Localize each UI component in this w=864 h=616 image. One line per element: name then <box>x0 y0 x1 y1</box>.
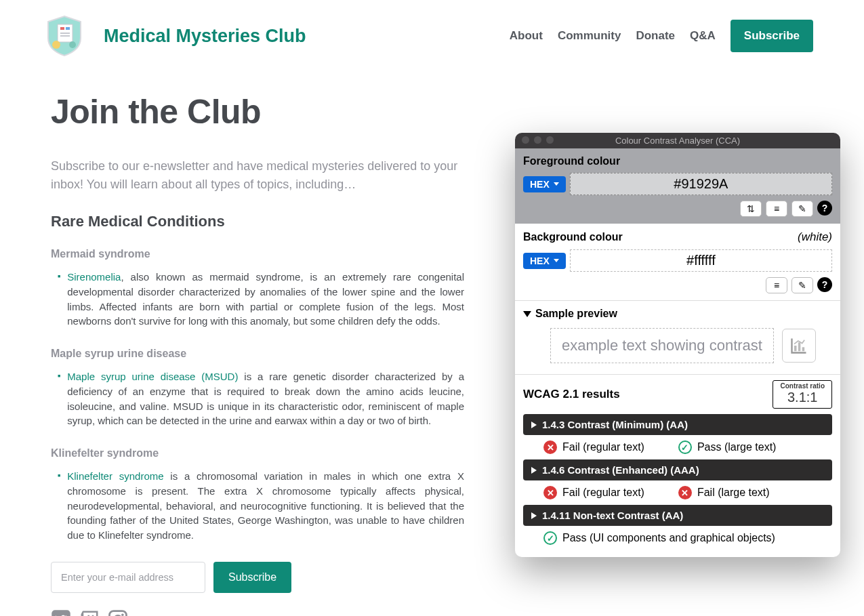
subscribe-form-button[interactable]: Subscribe <box>213 562 291 593</box>
fg-color-input[interactable] <box>570 173 832 195</box>
link-sirenomelia[interactable]: Sirenomelia <box>67 271 121 283</box>
fail-icon: ✕ <box>678 486 692 499</box>
result-146-detail: ✕Fail (regular text) ✕Fail (large text) <box>523 480 832 502</box>
condition-mermaid: Mermaid syndrome Sirenomelia, also known… <box>51 248 464 329</box>
result-143-fail: Fail (regular text) <box>562 441 644 453</box>
svg-point-6 <box>69 41 76 48</box>
svg-point-12 <box>121 613 124 616</box>
close-window-icon[interactable] <box>522 136 529 144</box>
result-146-fail1: Fail (regular text) <box>562 487 644 499</box>
social-links <box>51 609 464 616</box>
condition-heading: Mermaid syndrome <box>51 248 464 260</box>
result-1411-header[interactable]: 1.4.11 Non-text Contrast (AA) <box>523 505 832 526</box>
bg-format-select[interactable]: HEX <box>523 253 566 269</box>
eyedropper-icon: ✎ <box>798 203 806 214</box>
background-note: (white) <box>798 230 832 244</box>
contrast-ratio-box: Contrast ratio 3.1:1 <box>773 380 832 409</box>
section-heading: Rare Medical Conditions <box>51 213 464 230</box>
cca-titlebar[interactable]: Colour Contrast Analyser (CCA) <box>515 133 840 148</box>
results-title: WCAG 2.1 results <box>523 388 620 401</box>
svg-rect-4 <box>60 35 70 37</box>
svg-rect-13 <box>794 346 797 351</box>
chevron-down-icon <box>523 311 531 317</box>
condition-heading: Maple syrup urine disease <box>51 348 464 360</box>
fg-format-select[interactable]: HEX <box>523 176 566 192</box>
nav-qa[interactable]: Q&A <box>690 29 716 43</box>
svg-rect-14 <box>798 342 801 351</box>
ratio-value: 3.1:1 <box>780 390 825 405</box>
fail-icon: ✕ <box>543 440 557 454</box>
ratio-label: Contrast ratio <box>780 382 825 390</box>
pass-icon: ✓ <box>543 531 557 545</box>
condition-maple: Maple syrup urine disease Maple syrup ur… <box>51 348 464 428</box>
svg-rect-2 <box>66 27 70 30</box>
result-146-header[interactable]: 1.4.6 Contrast (Enhanced) (AAA) <box>523 459 832 480</box>
sliders-icon: ≡ <box>774 280 779 291</box>
link-klinefelter[interactable]: Klinefelter syndrome <box>67 470 163 482</box>
svg-point-5 <box>52 41 60 49</box>
body-text: , also known as mermaid syndrome, is an … <box>67 271 464 327</box>
fail-icon: ✕ <box>543 486 557 499</box>
intro-text: Subscribe to our e-newsletter and have m… <box>51 157 464 194</box>
results-section: WCAG 2.1 results Contrast ratio 3.1:1 1.… <box>515 375 840 557</box>
result-143-label: 1.4.3 Contrast (Minimum) (AA) <box>542 419 688 430</box>
result-146-label: 1.4.6 Contrast (Enhanced) (AAA) <box>542 464 699 476</box>
swap-colors-button[interactable]: ⇅ <box>740 201 762 217</box>
preview-section: Sample preview example text showing cont… <box>515 301 840 375</box>
nav-donate[interactable]: Donate <box>636 29 675 43</box>
eyedropper-icon: ✎ <box>798 280 806 291</box>
foreground-label: Foreground colour <box>523 155 832 167</box>
result-143-detail: ✕Fail (regular text) ✓Pass (large text) <box>523 435 832 457</box>
chevron-right-icon <box>531 422 537 428</box>
subscribe-button[interactable]: Subscribe <box>731 20 813 52</box>
preview-text: example text showing contrast <box>550 328 774 363</box>
preview-label: Sample preview <box>535 308 617 320</box>
window-controls[interactable] <box>522 136 554 144</box>
subscribe-form: Subscribe <box>51 562 464 593</box>
bg-sliders-button[interactable]: ≡ <box>766 277 787 293</box>
chevron-right-icon <box>531 467 537 474</box>
result-146-fail2: Fail (large text) <box>697 487 770 499</box>
chevron-right-icon <box>531 512 537 519</box>
twitch-icon[interactable] <box>79 609 100 616</box>
preview-toggle[interactable]: Sample preview <box>523 308 832 320</box>
result-143-header[interactable]: 1.4.3 Contrast (Minimum) (AA) <box>523 414 832 435</box>
condition-klinefelter: Klinefelter syndrome Klinefelter syndrom… <box>51 447 464 543</box>
logo-icon <box>44 15 85 57</box>
list-item: Klinefelter syndrome is a chromosomal va… <box>58 469 464 543</box>
result-1411-detail: ✓Pass (UI components and graphical objec… <box>523 526 832 548</box>
zoom-window-icon[interactable] <box>546 136 554 144</box>
nav-about[interactable]: About <box>510 29 543 43</box>
svg-rect-3 <box>60 33 70 34</box>
result-143-pass: Pass (large text) <box>697 441 776 453</box>
nav-community[interactable]: Community <box>558 29 621 43</box>
svg-rect-7 <box>52 610 70 616</box>
email-field[interactable] <box>51 562 205 593</box>
list-item: Maple syrup urine disease (MSUD) is a ra… <box>58 369 464 428</box>
chart-icon <box>789 336 808 355</box>
twitter-icon[interactable] <box>51 609 71 616</box>
preview-chart-button[interactable] <box>782 329 816 363</box>
instagram-icon[interactable] <box>108 609 128 616</box>
fg-help-button[interactable]: ? <box>817 201 832 215</box>
cca-window: Colour Contrast Analyser (CCA) Foregroun… <box>515 133 840 557</box>
list-item: Sirenomelia, also known as mermaid syndr… <box>58 270 464 329</box>
result-1411-label: 1.4.11 Non-text Contrast (AA) <box>542 510 683 521</box>
bg-help-button[interactable]: ? <box>817 277 832 292</box>
foreground-section: Foreground colour HEX ⇅ ≡ ✎ ? <box>515 148 840 224</box>
svg-rect-15 <box>802 347 805 351</box>
background-label: Background colour <box>523 231 623 243</box>
cca-title: Colour Contrast Analyser (CCA) <box>615 136 740 146</box>
fg-sliders-button[interactable]: ≡ <box>766 201 787 217</box>
site-header: Medical Mysteries Club About Community D… <box>0 0 864 65</box>
main-content: Join the Club Subscribe to our e-newslet… <box>0 65 515 616</box>
bg-eyedropper-button[interactable]: ✎ <box>791 277 813 293</box>
swap-icon: ⇅ <box>747 203 755 214</box>
link-msud[interactable]: Maple syrup urine disease (MSUD) <box>67 371 238 382</box>
brand: Medical Mysteries Club <box>44 15 306 57</box>
fg-eyedropper-button[interactable]: ✎ <box>791 201 813 217</box>
main-nav: About Community Donate Q&A Subscribe <box>510 20 813 52</box>
minimize-window-icon[interactable] <box>534 136 541 144</box>
sliders-icon: ≡ <box>774 203 779 214</box>
bg-color-input[interactable] <box>570 249 832 272</box>
